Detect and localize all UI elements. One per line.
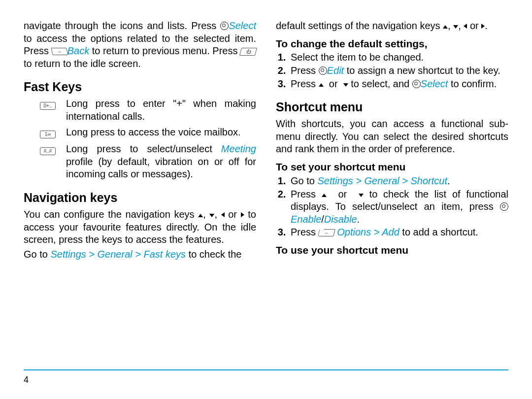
up-icon: [319, 83, 324, 87]
list-item: Press or to select, and Select to confir…: [289, 78, 508, 91]
select-action: Select: [421, 78, 448, 89]
nav-circle-icon: [500, 202, 508, 211]
right-icon: [481, 24, 485, 29]
continued-paragraph: default settings of the navigation keys …: [276, 20, 508, 33]
edit-action: Edit: [327, 65, 344, 76]
up-icon: [322, 194, 327, 197]
up-icon: [443, 25, 448, 29]
down-icon: [209, 214, 214, 217]
shortcut-paragraph: With shortcuts, you can access a functio…: [276, 118, 508, 156]
back-action: Back: [67, 45, 89, 56]
up-icon: [198, 214, 203, 217]
page-number: 4: [24, 375, 29, 385]
set-shortcut-steps: Go to Settings > General > Shortcut. Pre…: [276, 175, 508, 239]
select-action: Select: [229, 20, 256, 31]
fast-key-row: 0+.. Long press to enter "+" when making…: [38, 98, 256, 123]
nav-paragraph-1: You can configure the navigation keys , …: [24, 208, 256, 246]
list-item: Select the item to be changed.: [289, 51, 508, 64]
list-item: Press or to check the list of functional…: [289, 188, 508, 226]
fast-key-row: 1∞ Long press to access the voice mailbo…: [38, 126, 256, 140]
list-item: Press Edit to assign a new shortcut to t…: [289, 65, 508, 77]
footer-rule: [24, 369, 508, 370]
heading-fast-keys: Fast Keys: [24, 79, 256, 95]
list-item: Go to Settings > General > Shortcut.: [289, 175, 508, 188]
settings-path-shortcut: Settings > General > Shortcut: [317, 175, 447, 186]
key-1: 1∞: [40, 131, 56, 138]
left-icon: [464, 24, 467, 29]
enable-action: Enable: [291, 214, 321, 225]
softkey-right-icon: –: [51, 48, 68, 55]
softkey-left-icon: –: [318, 229, 335, 236]
heading-change-defaults: To change the default settings,: [276, 37, 508, 51]
options-add-action: Options > Add: [334, 227, 399, 237]
intro-paragraph: navigate through the icons and lists. Pr…: [24, 20, 256, 70]
left-column: navigate through the icons and lists. Pr…: [24, 20, 256, 263]
meeting-profile: Meeting: [221, 143, 256, 154]
right-column: default settings of the navigation keys …: [276, 20, 508, 263]
nav-circle-icon: [412, 80, 421, 88]
fast-key-row: #..# Long press to select/unselect Meeti…: [38, 143, 256, 181]
heading-set-shortcut: To set your shortcut menu: [276, 161, 508, 174]
nav-circle-icon: [319, 66, 327, 75]
down-icon: [453, 25, 458, 29]
key-hash: #..#: [40, 147, 56, 155]
heading-use-shortcut: To use your shortcut menu: [276, 244, 508, 257]
nav-paragraph-2: Go to Settings > General > Fast keys to …: [24, 248, 256, 261]
left-icon: [221, 212, 225, 217]
right-icon: [241, 212, 244, 217]
heading-shortcut-menu: Shortcut menu: [276, 99, 508, 115]
disable-action: Disable: [324, 214, 357, 225]
heading-navigation-keys: Navigation keys: [24, 190, 256, 205]
list-item: Press – Options > Add to add a shortcut.: [289, 226, 508, 239]
down-icon: [343, 83, 348, 87]
change-defaults-steps: Select the item to be changed. Press Edi…: [276, 51, 508, 90]
down-icon: [359, 194, 364, 197]
key-0: 0+..: [40, 102, 56, 110]
nav-circle-icon: [220, 22, 229, 30]
settings-path-fastkeys: Settings > General > Fast keys: [50, 249, 186, 260]
softkey-end-icon: ⏻: [239, 48, 257, 56]
